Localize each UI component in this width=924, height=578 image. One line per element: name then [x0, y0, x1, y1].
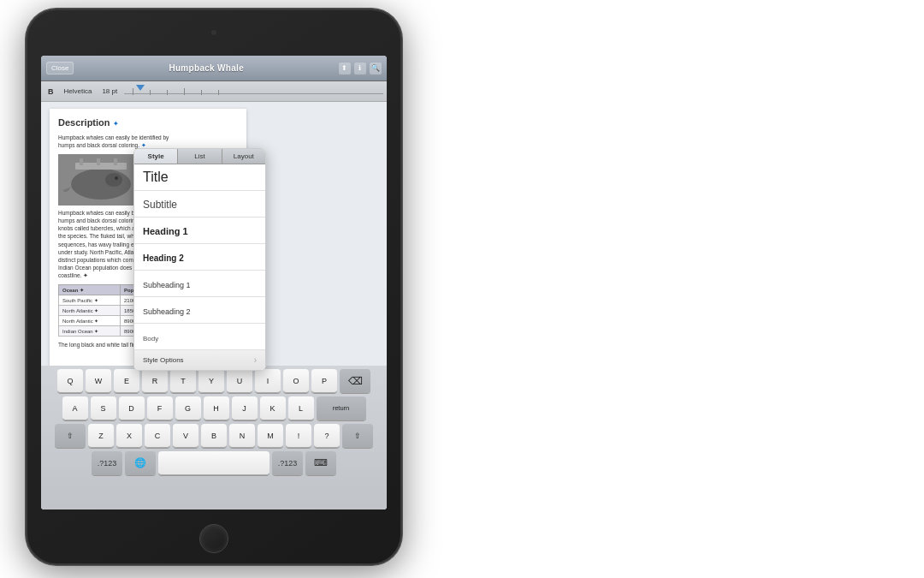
key-f[interactable]: F [147, 396, 173, 420]
key-question[interactable]: ? [314, 424, 340, 448]
table-cell-ocean: North Atlantic ✦ [59, 316, 121, 326]
svg-point-2 [105, 173, 122, 187]
style-popup-tabs: Style List Layout [134, 149, 265, 164]
style-item-subheading1[interactable]: Subheading 1 [134, 271, 265, 297]
style-item-heading2[interactable]: Heading 2 [134, 244, 265, 271]
scene: Close Humpback Whale ⬆ ℹ 🔍 B Helvetica 1… [0, 0, 924, 578]
key-x[interactable]: X [116, 424, 142, 448]
ipad-camera [211, 30, 216, 35]
key-p[interactable]: P [311, 369, 337, 393]
style-options-button[interactable]: Style Options › [134, 350, 265, 370]
app-toolbar: Close Humpback Whale ⬆ ℹ 🔍 [41, 56, 387, 81]
table-cell-ocean: North Atlantic ✦ [59, 306, 121, 316]
key-u[interactable]: U [227, 369, 252, 393]
ipad-screen: Close Humpback Whale ⬆ ℹ 🔍 B Helvetica 1… [41, 56, 387, 509]
font-name[interactable]: Helvetica [61, 86, 96, 96]
shift-key[interactable]: ⇧ [55, 424, 86, 448]
svg-point-3 [115, 176, 118, 180]
backspace-key[interactable]: ⌫ [340, 369, 370, 393]
shift-right-key[interactable]: ⇧ [342, 424, 373, 448]
keyboard-row-2: A S D F G H J K L return [43, 396, 385, 420]
info-icon[interactable]: ℹ [354, 63, 366, 74]
doc-whale-image [58, 154, 144, 206]
ipad-device: Close Humpback Whale ⬆ ℹ 🔍 B Helvetica 1… [26, 9, 402, 565]
table-cell-ocean: South Pacific ✦ [59, 295, 121, 306]
keyboard-row-1: Q W E R T Y U I O P ⌫ [43, 369, 385, 393]
bold-toggle[interactable]: B [44, 86, 57, 97]
font-size[interactable]: 18 pt [98, 86, 121, 96]
style-item-body[interactable]: Body [134, 324, 265, 350]
keyboard-row-4: .?123 🌐 .?123 ⌨ [43, 451, 385, 475]
key-l[interactable]: L [288, 396, 314, 420]
tab-style[interactable]: Style [134, 149, 178, 164]
key-z[interactable]: Z [88, 424, 114, 448]
tab-layout[interactable]: Layout [222, 149, 265, 164]
style-item-heading1[interactable]: Heading 1 [134, 217, 265, 244]
key-q[interactable]: Q [57, 369, 83, 393]
key-t[interactable]: T [170, 369, 196, 393]
key-s[interactable]: S [91, 396, 116, 420]
table-header-ocean: Ocean ✦ [59, 285, 121, 295]
style-item-subtitle[interactable]: Subtitle [134, 191, 265, 217]
key-j[interactable]: J [232, 396, 258, 420]
chevron-right-icon: › [254, 355, 257, 365]
keyboard-row-3: ⇧ Z X C V B N M ! ? ⇧ [43, 424, 385, 448]
doc-intro-text: Humpback whales can easily be identified… [58, 134, 238, 149]
key-r[interactable]: R [142, 369, 168, 393]
key-e[interactable]: E [114, 369, 139, 393]
keyboard: Q W E R T Y U I O P ⌫ A S D F [41, 366, 387, 509]
key-c[interactable]: C [145, 424, 170, 448]
search-icon[interactable]: 🔍 [370, 63, 382, 74]
close-button[interactable]: Close [46, 62, 74, 74]
space-key[interactable] [158, 451, 270, 475]
numbers-key[interactable]: .?123 [92, 451, 122, 475]
key-a[interactable]: A [62, 396, 88, 420]
style-item-title[interactable]: Title [134, 164, 265, 191]
key-n[interactable]: N [229, 424, 255, 448]
key-b[interactable]: B [201, 424, 227, 448]
key-exclaim[interactable]: ! [286, 424, 311, 448]
doc-heading-link[interactable]: ✦ [113, 120, 119, 128]
format-bar: B Helvetica 18 pt [41, 81, 387, 102]
tab-list[interactable]: List [178, 149, 222, 164]
key-k[interactable]: K [260, 396, 286, 420]
key-y[interactable]: Y [198, 369, 224, 393]
toolbar-icons: ⬆ ℹ 🔍 [339, 63, 382, 74]
home-button[interactable] [199, 524, 228, 553]
ipad-top-bar [26, 9, 402, 56]
key-h[interactable]: H [204, 396, 229, 420]
globe-key[interactable]: 🌐 [125, 451, 156, 475]
keyboard-dismiss-key[interactable]: ⌨ [305, 451, 336, 475]
numbers-right-key[interactable]: .?123 [272, 451, 303, 475]
svg-rect-6 [97, 158, 100, 165]
table-cell-ocean: Indian Ocean ✦ [59, 326, 121, 337]
key-o[interactable]: O [283, 369, 309, 393]
key-i[interactable]: I [255, 369, 281, 393]
svg-rect-5 [80, 158, 83, 165]
key-w[interactable]: W [86, 369, 111, 393]
key-m[interactable]: M [258, 424, 283, 448]
key-v[interactable]: V [173, 424, 198, 448]
style-item-subheading2[interactable]: Subheading 2 [134, 297, 265, 324]
svg-rect-7 [114, 158, 117, 165]
style-picker-popup: Style List Layout Title Subtitle Heading… [133, 148, 266, 371]
svg-point-1 [71, 169, 131, 200]
doc-section-heading: Description [58, 117, 110, 128]
return-key[interactable]: return [317, 396, 366, 420]
document-title: Humpback Whale [169, 63, 244, 73]
share-icon[interactable]: ⬆ [339, 63, 351, 74]
key-g[interactable]: G [175, 396, 201, 420]
key-d[interactable]: D [119, 396, 145, 420]
